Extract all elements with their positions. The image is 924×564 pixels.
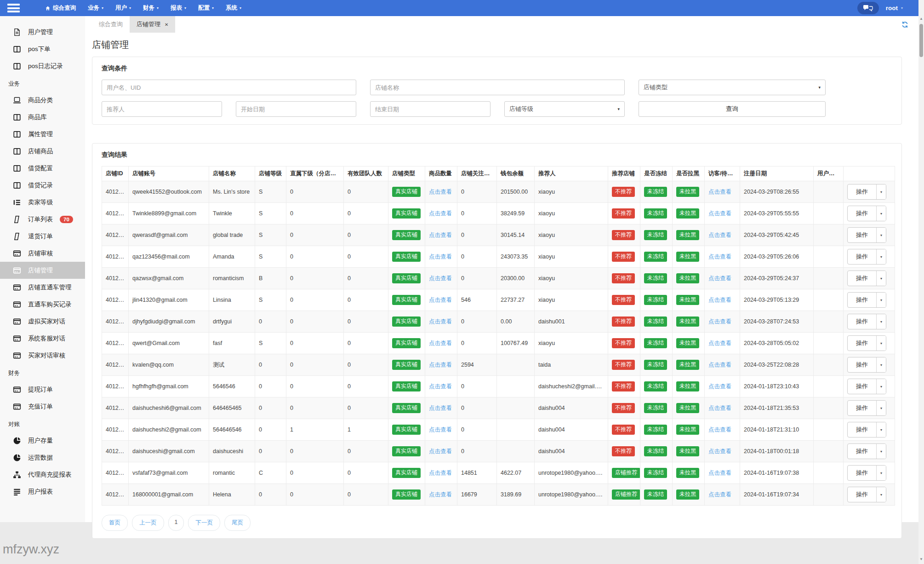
sidebar-item-用户存量[interactable]: 用户存量 (0, 432, 85, 449)
goods-view-link[interactable]: 点击查看 (429, 232, 452, 238)
chevron-down-icon[interactable]: ▾ (876, 293, 886, 307)
action-button[interactable]: 操作▾ (847, 379, 886, 394)
visitor-view-link[interactable]: 点击查看 (708, 253, 731, 260)
first-page-button[interactable]: 首页 (102, 515, 128, 531)
sidebar-item-订单列表[interactable]: 订单列表70 (0, 211, 85, 228)
goods-view-link[interactable]: 点击查看 (429, 470, 452, 476)
goods-view-link[interactable]: 点击查看 (429, 405, 452, 411)
sidebar-item-系统客服对话[interactable]: 系统客服对话 (0, 330, 85, 347)
sidebar-item-pos下单[interactable]: pos下单 (0, 40, 85, 58)
goods-view-link[interactable]: 点击查看 (429, 210, 452, 217)
sidebar-item-借贷记录[interactable]: 借贷记录 (0, 177, 85, 194)
action-button-label[interactable]: 操作 (848, 206, 876, 221)
tab-综合查询[interactable]: 综合查询 (92, 16, 130, 33)
action-button-label[interactable]: 操作 (848, 401, 876, 415)
sidebar-item-用户报表[interactable]: 用户报表 (0, 483, 85, 500)
shop-name-input[interactable] (370, 80, 625, 95)
visitor-view-link[interactable]: 点击查看 (708, 405, 731, 411)
chevron-down-icon[interactable]: ▾ (876, 336, 886, 351)
visitor-view-link[interactable]: 点击查看 (708, 426, 731, 433)
chevron-down-icon[interactable]: ▾ (876, 228, 886, 242)
scroll-up-icon[interactable]: ▲ (918, 17, 924, 21)
visitor-view-link[interactable]: 点击查看 (708, 362, 731, 368)
refresh-icon[interactable] (901, 21, 908, 28)
navbar-menu-item[interactable]: 配置▾ (192, 0, 220, 16)
sidebar-item-属性管理[interactable]: 属性管理 (0, 126, 85, 143)
action-button[interactable]: 操作▾ (847, 292, 886, 308)
sidebar-item-代理商充提报表[interactable]: 代理商充提报表 (0, 466, 85, 483)
action-button[interactable]: 操作▾ (847, 249, 886, 265)
sidebar-item-商品库[interactable]: 商品库 (0, 109, 85, 126)
navbar-menu-item[interactable]: 系统▾ (220, 0, 247, 16)
action-button[interactable]: 操作▾ (847, 270, 886, 286)
action-button-label[interactable]: 操作 (848, 314, 876, 329)
visitor-view-link[interactable]: 点击查看 (708, 340, 731, 346)
sidebar-item-商品分类[interactable]: 商品分类 (0, 92, 85, 109)
action-button-label[interactable]: 操作 (848, 466, 876, 480)
sidebar-item-买家对话审核[interactable]: 买家对话审核 (0, 347, 85, 364)
goods-view-link[interactable]: 点击查看 (429, 275, 452, 282)
menu-icon[interactable] (7, 4, 20, 12)
action-button[interactable]: 操作▾ (847, 422, 886, 437)
visitor-view-link[interactable]: 点击查看 (708, 275, 731, 282)
goods-view-link[interactable]: 点击查看 (429, 362, 452, 368)
visitor-view-link[interactable]: 点击查看 (708, 448, 731, 455)
sidebar-item-退货订单[interactable]: 退货订单 (0, 228, 85, 245)
action-button[interactable]: 操作▾ (847, 465, 886, 481)
chevron-down-icon[interactable]: ▾ (876, 206, 886, 221)
visitor-view-link[interactable]: 点击查看 (708, 297, 731, 303)
goods-view-link[interactable]: 点击查看 (429, 340, 452, 346)
username-uid-input[interactable] (102, 80, 356, 95)
close-icon[interactable]: ✕ (165, 22, 168, 27)
action-button-label[interactable]: 操作 (848, 444, 876, 459)
navbar-menu-item[interactable]: 财务▾ (137, 0, 165, 16)
goods-view-link[interactable]: 点击查看 (429, 189, 452, 195)
sidebar-item-借贷配置[interactable]: 借贷配置 (0, 160, 85, 177)
action-button-label[interactable]: 操作 (848, 422, 876, 437)
chevron-down-icon[interactable]: ▾ (876, 422, 886, 437)
sidebar-item-提现订单[interactable]: 提现订单 (0, 381, 85, 398)
user-menu[interactable]: root ▾ (886, 5, 903, 12)
search-button[interactable]: 查询 (639, 101, 826, 117)
start-date-input[interactable] (236, 101, 356, 117)
visitor-view-link[interactable]: 点击查看 (708, 383, 731, 390)
sidebar-item-店铺管理[interactable]: 店铺管理 (0, 262, 85, 279)
scrollbar-thumb[interactable] (919, 24, 923, 57)
visitor-view-link[interactable]: 点击查看 (708, 318, 731, 325)
visitor-view-link[interactable]: 点击查看 (708, 210, 731, 217)
chat-button[interactable] (857, 2, 879, 14)
action-button-label[interactable]: 操作 (848, 336, 876, 351)
goods-view-link[interactable]: 点击查看 (429, 426, 452, 433)
sidebar-item-卖家等级[interactable]: 卖家等级 (0, 194, 85, 211)
end-date-input[interactable] (370, 101, 491, 117)
action-button[interactable]: 操作▾ (847, 206, 886, 221)
chevron-down-icon[interactable]: ▾ (876, 184, 886, 199)
action-button[interactable]: 操作▾ (847, 227, 886, 243)
chevron-down-icon[interactable]: ▾ (876, 379, 886, 394)
chevron-down-icon[interactable]: ▾ (876, 249, 886, 264)
shop-type-select[interactable]: 店铺类型 ▾ (639, 80, 826, 95)
page-number-button[interactable]: 1 (168, 515, 184, 531)
chevron-down-icon[interactable]: ▾ (876, 357, 886, 372)
shop-level-select[interactable]: 店铺等级 ▾ (504, 101, 625, 117)
sidebar-item-店铺直通车管理[interactable]: 店铺直通车管理 (0, 279, 85, 296)
action-button-label[interactable]: 操作 (848, 184, 876, 199)
chevron-down-icon[interactable]: ▾ (876, 314, 886, 329)
goods-view-link[interactable]: 点击查看 (429, 383, 452, 390)
sidebar-item-用户管理[interactable]: 用户管理 (0, 23, 85, 40)
visitor-view-link[interactable]: 点击查看 (708, 491, 731, 498)
chevron-down-icon[interactable]: ▾ (876, 401, 886, 415)
navbar-menu-item[interactable]: 用户▾ (109, 0, 137, 16)
action-button-label[interactable]: 操作 (848, 228, 876, 242)
sidebar-item-虚拟买家对话[interactable]: 虚拟买家对话 (0, 313, 85, 330)
goods-view-link[interactable]: 点击查看 (429, 253, 452, 260)
action-button[interactable]: 操作▾ (847, 335, 886, 351)
action-button-label[interactable]: 操作 (848, 357, 876, 372)
sidebar-item-店铺审核[interactable]: 店铺审核 (0, 245, 85, 262)
sidebar-item-pos日志记录[interactable]: pos日志记录 (0, 58, 85, 75)
action-button[interactable]: 操作▾ (847, 314, 886, 329)
vertical-scrollbar[interactable]: ▲ ▼ (918, 0, 924, 564)
goods-view-link[interactable]: 点击查看 (429, 448, 452, 455)
referrer-input[interactable] (102, 101, 222, 117)
navbar-menu-item[interactable]: 综合查询 (39, 0, 82, 16)
